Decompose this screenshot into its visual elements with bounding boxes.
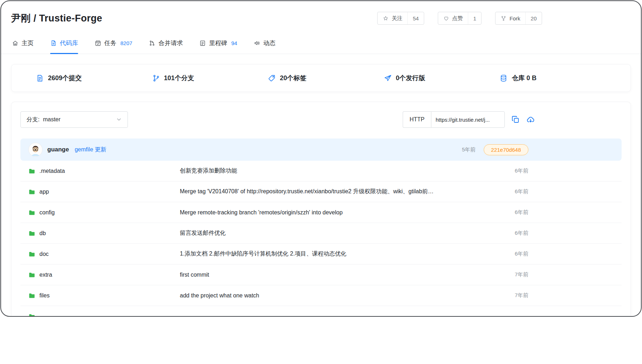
- branch-selector[interactable]: 分支: master: [20, 111, 128, 128]
- file-commit-message[interactable]: Merge remote-tracking branch 'remotes/or…: [180, 209, 515, 216]
- stat-branches-label: 101个分支: [164, 74, 194, 82]
- file-name-cell[interactable]: .metadata: [28, 168, 180, 175]
- file-browser-card: 分支: master HTTP: [11, 102, 631, 317]
- release-icon: [384, 74, 392, 82]
- tab-milestones[interactable]: 里程碑 94: [199, 34, 237, 54]
- table-row[interactable]: .metadata 创新竞赛添加删除功能 6年前: [20, 161, 622, 181]
- tab-merge-requests-label: 合并请求: [158, 39, 183, 47]
- branch-selector-label: 分支: master: [27, 116, 61, 123]
- folder-icon: [28, 313, 35, 317]
- stat-branches[interactable]: 101个分支: [128, 74, 244, 82]
- praise-count[interactable]: 1: [468, 12, 481, 24]
- stat-tags-label: 20个标签: [280, 74, 306, 82]
- chevron-down-icon: [116, 117, 122, 122]
- branch-name: master: [43, 116, 61, 122]
- file-name-cell[interactable]: doc: [28, 251, 180, 258]
- file-name-cell[interactable]: config: [28, 209, 180, 216]
- file-commit-time: 7年前: [515, 292, 528, 299]
- stat-repo-size[interactable]: 仓库 0 B: [475, 74, 591, 82]
- file-name[interactable]: .metadata: [39, 168, 65, 174]
- table-row-partial[interactable]: [20, 306, 622, 317]
- activity-icon: [254, 40, 260, 47]
- file-commit-time: 6年前: [515, 251, 528, 257]
- file-commit-time: 6年前: [515, 209, 528, 216]
- page-title: 尹刚 / Trustie-Forge: [11, 11, 102, 25]
- commit-author-avatar[interactable]: [28, 142, 43, 157]
- protocol-toggle-button[interactable]: HTTP: [403, 111, 431, 128]
- tag-icon: [268, 74, 276, 82]
- table-row[interactable]: config Merge remote-tracking branch 'rem…: [20, 202, 622, 223]
- clone-url-input[interactable]: [431, 111, 505, 128]
- file-commit-message[interactable]: 创新竞赛添加删除功能: [180, 167, 515, 175]
- milestones-count-badge: 94: [231, 40, 237, 46]
- file-name[interactable]: db: [39, 230, 46, 237]
- watch-count[interactable]: 54: [407, 12, 424, 24]
- stat-releases-label: 0个发行版: [396, 74, 425, 82]
- file-commit-message[interactable]: add the project what one watch: [180, 292, 515, 299]
- tab-milestones-label: 里程碑: [209, 39, 227, 47]
- stat-commits[interactable]: 2609个提交: [11, 74, 128, 82]
- folder-icon: [28, 292, 35, 299]
- file-name-cell: [28, 313, 180, 317]
- copy-icon[interactable]: [511, 115, 520, 124]
- commit-message-link[interactable]: gemfile 更新: [75, 146, 106, 154]
- table-row[interactable]: db 留言发送邮件优化 6年前: [20, 223, 622, 244]
- file-name[interactable]: doc: [39, 251, 49, 257]
- commits-icon: [36, 74, 44, 82]
- page-header: 尹刚 / Trustie-Forge 关注 54 点赞 1: [1, 1, 641, 25]
- clone-url-group: HTTP: [403, 111, 535, 128]
- tab-home[interactable]: 主页: [12, 34, 34, 54]
- file-name-cell[interactable]: app: [28, 188, 180, 195]
- tab-repository[interactable]: 代码库: [50, 34, 78, 54]
- table-row[interactable]: extra first commit 7年前: [20, 264, 622, 285]
- header-actions: 关注 54 点赞 1 Fork: [377, 12, 542, 25]
- file-commit-time: 6年前: [515, 188, 528, 195]
- file-commit-message[interactable]: 1.添加文档 2.邮件中缺陷序号计算机制优化 2.项目、课程动态优化: [180, 250, 515, 258]
- merge-icon: [149, 40, 155, 47]
- file-commit-time: 6年前: [515, 168, 528, 174]
- file-name[interactable]: app: [39, 189, 49, 195]
- tab-activity-label: 动态: [263, 39, 276, 47]
- file-name[interactable]: extra: [39, 272, 52, 278]
- file-name-cell[interactable]: db: [28, 230, 180, 237]
- commit-time: 5年前: [462, 146, 475, 153]
- stat-tags[interactable]: 20个标签: [243, 74, 359, 82]
- star-icon: [383, 15, 389, 21]
- folder-icon: [28, 271, 35, 278]
- commit-author-name[interactable]: guange: [47, 146, 69, 153]
- file-name[interactable]: config: [39, 209, 55, 216]
- stat-repo-size-label: 仓库 0 B: [512, 74, 536, 82]
- download-cloud-icon[interactable]: [526, 115, 535, 124]
- tab-issues[interactable]: 任务 8207: [95, 34, 132, 54]
- table-row[interactable]: app Merge tag 'V20140708' of http://repo…: [20, 181, 622, 202]
- file-commit-message[interactable]: Merge tag 'V20140708' of http://reposito…: [180, 188, 515, 195]
- milestone-icon: [199, 40, 206, 47]
- issues-count-badge: 8207: [120, 40, 132, 46]
- table-row[interactable]: doc 1.添加文档 2.邮件中缺陷序号计算机制优化 2.项目、课程动态优化 6…: [20, 244, 622, 264]
- folder-icon: [28, 168, 35, 175]
- stat-commits-label: 2609个提交: [48, 74, 82, 82]
- tab-activity[interactable]: 动态: [254, 34, 276, 54]
- watch-label: 关注: [392, 15, 402, 22]
- fork-count[interactable]: 20: [525, 12, 542, 24]
- commit-hash-badge[interactable]: 221e70d648: [484, 144, 528, 155]
- fork-button[interactable]: Fork 20: [495, 12, 542, 25]
- file-name[interactable]: files: [39, 292, 49, 299]
- folder-icon: [28, 230, 35, 237]
- database-icon: [499, 74, 508, 82]
- table-row[interactable]: files add the project what one watch 7年前: [20, 285, 622, 306]
- stat-releases[interactable]: 0个发行版: [359, 74, 475, 82]
- home-icon: [12, 40, 19, 47]
- folder-icon: [28, 251, 35, 258]
- praise-button[interactable]: 点赞 1: [438, 12, 481, 25]
- tab-home-label: 主页: [21, 39, 34, 47]
- watch-button[interactable]: 关注 54: [377, 12, 424, 25]
- file-name-cell[interactable]: extra: [28, 271, 180, 278]
- file-commit-message[interactable]: 留言发送邮件优化: [180, 229, 515, 237]
- file-name-cell[interactable]: files: [28, 292, 180, 299]
- fork-label: Fork: [509, 15, 520, 21]
- tab-merge-requests[interactable]: 合并请求: [149, 34, 183, 54]
- branch-icon: [152, 74, 160, 82]
- file-commit-message[interactable]: first commit: [180, 272, 515, 278]
- tasks-icon: [95, 40, 101, 47]
